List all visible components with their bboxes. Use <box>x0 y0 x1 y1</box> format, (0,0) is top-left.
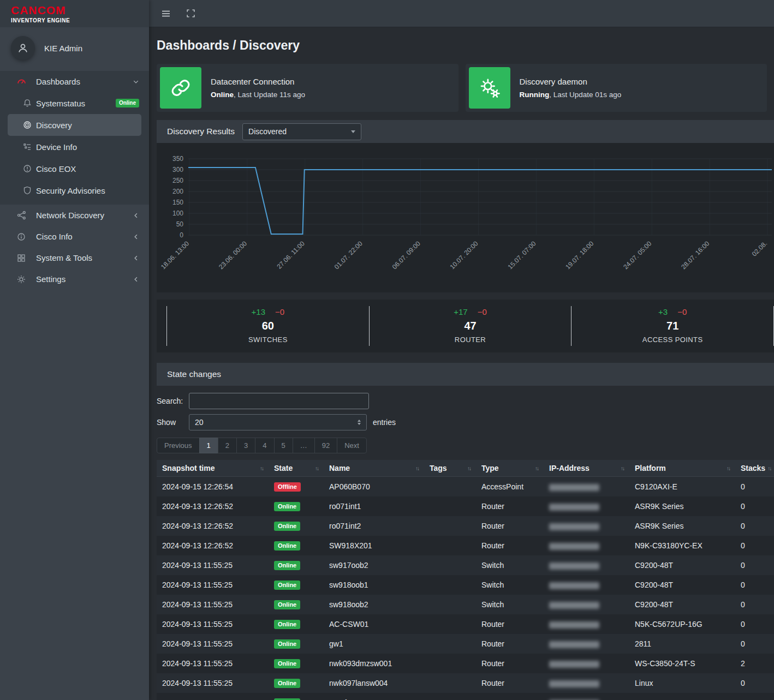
table-row[interactable]: 2024-09-13 12:26:52 Online ro071int1 Rou… <box>157 496 774 516</box>
page-size-select[interactable]: 20 <box>189 414 367 430</box>
status-badge: Online <box>274 600 300 609</box>
column-header-snapshot-time[interactable]: Snapshot time↑↓ <box>157 460 269 477</box>
sidebar-item-network-discovery[interactable]: Network Discovery <box>0 205 149 226</box>
redacted-ip <box>549 641 599 648</box>
added-count: +17 <box>454 307 467 316</box>
svg-text:150: 150 <box>172 199 183 206</box>
shield-icon <box>22 186 33 195</box>
cell-platform: ASR9K Series <box>629 516 735 536</box>
page-button-2[interactable]: 2 <box>218 438 237 453</box>
column-header-name[interactable]: Name↑↓ <box>324 460 424 477</box>
cell-tags <box>424 673 476 693</box>
cell-name: ro071int2 <box>324 516 424 536</box>
svg-text:0: 0 <box>180 231 183 239</box>
table-row[interactable]: 2024-09-13 11:55:25 Online r060fwm11 Rou… <box>157 693 774 700</box>
cell-state: Online <box>269 575 324 595</box>
cell-snapshot-time: 2024-09-13 11:55:25 <box>157 595 269 614</box>
column-header-stacks[interactable]: Stacks↑↓ <box>735 460 774 477</box>
sidebar-item-discovery[interactable]: Discovery <box>8 114 141 136</box>
cell-type: Router <box>476 673 544 693</box>
svg-text:19.07. 18:00: 19.07. 18:00 <box>564 240 595 271</box>
status-badge: Online <box>274 581 300 590</box>
table-row[interactable]: 2024-09-13 11:55:25 Online nwk093dmzsw00… <box>157 654 774 673</box>
cell-type: Router <box>476 634 544 654</box>
menu-icon[interactable] <box>161 9 171 19</box>
cell-state: Online <box>269 693 324 700</box>
page-title: Dashboards / Discovery <box>157 38 774 53</box>
discovery-results-header: Discovery Results Discovered <box>157 120 774 143</box>
page-button-92[interactable]: 92 <box>314 438 337 453</box>
page-button-ellipsis[interactable]: … <box>293 438 315 453</box>
cell-tags <box>424 477 476 497</box>
page-button-1[interactable]: 1 <box>199 438 218 453</box>
page-button-5[interactable]: 5 <box>274 438 293 453</box>
chevron-left-icon <box>133 212 139 219</box>
fullscreen-icon[interactable] <box>186 9 195 18</box>
table-row[interactable]: 2024-09-13 11:55:25 Online sw917oob2 Swi… <box>157 555 774 575</box>
discovered-filter-select[interactable]: Discovered <box>242 123 361 140</box>
sidebar-item-label: Network Discovery <box>36 211 104 220</box>
sort-icon: ↑↓ <box>727 465 730 471</box>
page-button-previous[interactable]: Previous <box>157 438 200 453</box>
page-button-3[interactable]: 3 <box>236 438 255 453</box>
sidebar-item-cisco-eox[interactable]: Cisco EOX <box>0 158 149 180</box>
sort-icon: ↑↓ <box>315 465 318 471</box>
sidebar-item-label: Dashboards <box>36 77 80 86</box>
table-row[interactable]: 2024-09-13 12:26:52 Online ro071int2 Rou… <box>157 516 774 536</box>
stat-router: +17−0 47 ROUTER <box>369 306 571 346</box>
table-row[interactable]: 2024-09-13 11:55:25 Online nwk097lansw00… <box>157 673 774 693</box>
column-header-tags[interactable]: Tags↑↓ <box>424 460 476 477</box>
stat-delta: +17−0 <box>370 307 571 316</box>
cell-name: sw918oob2 <box>324 595 424 614</box>
cell-tags <box>424 693 476 700</box>
chevron-left-icon <box>133 276 139 283</box>
sidebar-item-label: Cisco EOX <box>36 164 76 173</box>
table-row[interactable]: 2024-09-13 12:26:52 Online SW918X201 Rou… <box>157 536 774 555</box>
status-badge: Online <box>274 659 300 668</box>
sidebar-item-dashboards[interactable]: Dashboards <box>0 71 149 92</box>
page-button-next[interactable]: Next <box>337 438 367 453</box>
content: Dashboards / Discovery Datacenter Connec… <box>149 27 774 700</box>
stat-switches: +13−0 60 SWITCHES <box>166 306 369 346</box>
sidebar-item-security-advisories[interactable]: Security Advisories <box>0 180 149 201</box>
cell-stacks: 0 <box>735 555 774 575</box>
sidebar-nav: Dashboards Systemstatus Online <box>0 71 149 290</box>
column-header-ip-address[interactable]: IP-Address↑↓ <box>544 460 629 477</box>
status-badge: Online <box>274 541 300 551</box>
sidebar-item-device-info[interactable]: Device Info <box>0 136 149 158</box>
panel-title: State changes <box>167 369 221 379</box>
cell-state: Online <box>269 673 324 693</box>
sidebar-item-settings[interactable]: Settings <box>0 268 149 290</box>
table-row[interactable]: 2024-09-13 11:55:25 Online sw918oob2 Swi… <box>157 595 774 614</box>
cell-platform: WS-C3850-24T-S <box>629 654 735 673</box>
stat-access-points: +3−0 71 ACCESS POINTS <box>571 306 773 346</box>
cell-ip <box>544 673 629 693</box>
table-row[interactable]: 2024-09-13 11:55:25 Online sw918oob1 Swi… <box>157 575 774 595</box>
datacenter-connection-card: Datacenter Connection Online, Last Updat… <box>157 64 459 112</box>
table-row[interactable]: 2024-09-13 11:55:25 Online gw1 Router 28… <box>157 634 774 654</box>
sidebar-item-system-tools[interactable]: System & Tools <box>0 247 149 268</box>
cell-name: AC-CSW01 <box>324 614 424 634</box>
column-header-platform[interactable]: Platform↑↓ <box>629 460 735 477</box>
sidebar-item-cisco-info[interactable]: Cisco Info <box>0 226 149 247</box>
search-label: Search: <box>157 397 189 405</box>
cell-snapshot-time: 2024-09-13 12:26:52 <box>157 536 269 555</box>
svg-text:28.07. 16:00: 28.07. 16:00 <box>680 240 711 271</box>
cell-name: AP060B070 <box>324 477 424 497</box>
cell-ip <box>544 516 629 536</box>
svg-text:18.06. 13:00: 18.06. 13:00 <box>159 240 190 271</box>
table-row[interactable]: 2024-09-13 11:55:25 Online AC-CSW01 Rout… <box>157 614 774 634</box>
redacted-ip <box>549 582 599 589</box>
state-changes-panel: State changes Search: Show 20 entries <box>157 363 774 700</box>
status-badge: Online <box>274 639 300 649</box>
cell-stacks: 2 <box>735 654 774 673</box>
page-button-4[interactable]: 4 <box>255 438 274 453</box>
stat-delta: +3−0 <box>571 307 773 316</box>
added-count: +3 <box>658 307 668 316</box>
column-header-state[interactable]: State↑↓ <box>269 460 324 477</box>
search-input[interactable] <box>189 393 369 409</box>
table-row[interactable]: 2024-09-15 12:26:54 Offline AP060B070 Ac… <box>157 477 774 497</box>
column-header-type[interactable]: Type↑↓ <box>476 460 544 477</box>
cell-stacks: 0 <box>735 614 774 634</box>
sidebar-item-systemstatus[interactable]: Systemstatus Online <box>0 92 149 114</box>
